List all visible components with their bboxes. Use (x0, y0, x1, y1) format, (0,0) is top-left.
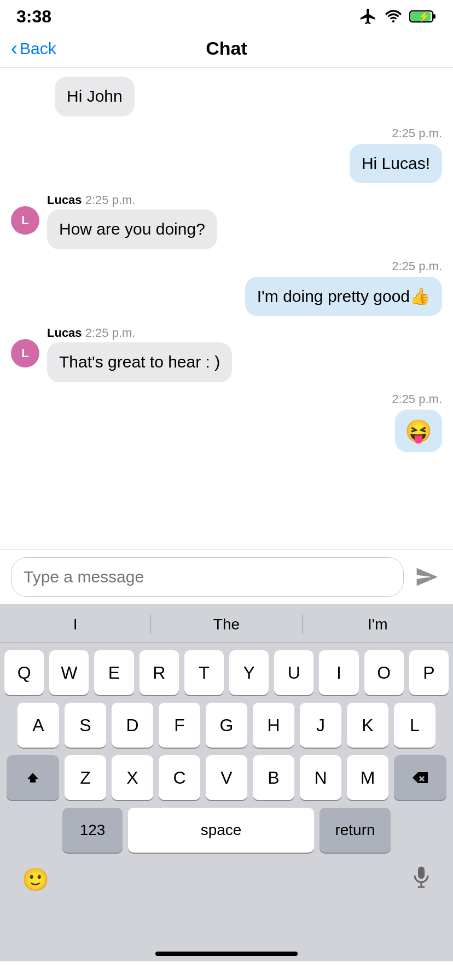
message-time: 2:25 p.m. (85, 326, 136, 340)
sender-name: Lucas (47, 326, 82, 340)
key-s[interactable]: S (65, 703, 106, 748)
message-content: Lucas 2:25 p.m. How are you doing? (47, 193, 217, 249)
key-f[interactable]: F (159, 703, 200, 748)
battery-icon: ⚡ (409, 9, 437, 24)
message-content: 2:25 p.m. I'm doing pretty good👍 (245, 259, 442, 317)
back-chevron-icon: ‹ (11, 39, 18, 59)
emoji-button[interactable]: 🙂 (22, 867, 49, 892)
key-w[interactable]: W (49, 650, 89, 695)
autocomplete-word-1[interactable]: I (0, 616, 150, 633)
key-v[interactable]: V (206, 755, 247, 800)
key-i[interactable]: I (319, 650, 358, 695)
message-content: Hi John (55, 77, 135, 116)
send-icon (415, 565, 439, 589)
message-bubble: Hi Lucas! (350, 144, 442, 184)
message-time: 2:25 p.m. (392, 392, 442, 406)
message-time: 2:25 p.m. (392, 126, 442, 141)
back-label[interactable]: Back (20, 39, 56, 58)
key-z[interactable]: Z (65, 755, 106, 800)
key-p[interactable]: P (409, 650, 449, 695)
keyboard: I The I'm Q W E R T Y U I O P A S D F G … (0, 604, 453, 952)
message-content: 2:25 p.m. Hi Lucas! (350, 126, 442, 184)
message-row: 2:25 p.m. I'm doing pretty good👍 (11, 259, 442, 317)
return-key[interactable]: return (320, 808, 391, 853)
message-content: 2:25 p.m. 😝 (392, 392, 442, 452)
key-rows: Q W E R T Y U I O P A S D F G H J K L (0, 643, 453, 858)
space-key[interactable]: space (128, 808, 314, 853)
status-bar: 3:38 ⚡ (0, 0, 453, 30)
sender-name: Lucas (47, 193, 82, 207)
message-content: Lucas 2:25 p.m. That's great to hear : ) (47, 326, 232, 382)
message-bubble: That's great to hear : ) (47, 342, 232, 382)
message-row: 2:25 p.m. 😝 (11, 392, 442, 452)
message-row: L Lucas 2:25 p.m. How are you doing? (11, 193, 442, 249)
key-a[interactable]: A (18, 703, 59, 748)
key-k[interactable]: K (347, 703, 388, 748)
key-b[interactable]: B (253, 755, 294, 800)
key-row-4: 123 space return (4, 808, 449, 853)
message-row: L Lucas 2:25 p.m. That's great to hear :… (11, 326, 442, 382)
shift-icon (25, 769, 41, 786)
key-r[interactable]: R (140, 650, 179, 695)
num-key[interactable]: 123 (62, 808, 123, 853)
autocomplete-word-2[interactable]: The (151, 616, 301, 633)
shift-key[interactable] (7, 755, 59, 800)
key-row-2: A S D F G H J K L (4, 703, 449, 748)
key-row-3: Z X C V B N M (4, 755, 449, 800)
send-button[interactable] (411, 562, 442, 592)
message-time: 2:25 p.m. (85, 193, 136, 207)
svg-rect-1 (433, 14, 435, 19)
chat-area: Hi John 2:25 p.m. Hi Lucas! L Lucas 2:25… (0, 68, 453, 549)
key-e[interactable]: E (94, 650, 133, 695)
key-q[interactable]: Q (4, 650, 44, 695)
delete-icon (410, 770, 430, 785)
key-t[interactable]: T (184, 650, 224, 695)
key-x[interactable]: X (112, 755, 153, 800)
input-area (0, 549, 453, 604)
message-bubble: I'm doing pretty good👍 (245, 277, 442, 317)
key-c[interactable]: C (159, 755, 200, 800)
status-icons: ⚡ (359, 7, 437, 26)
message-bubble: How are you doing? (47, 209, 217, 249)
key-g[interactable]: G (206, 703, 247, 748)
key-m[interactable]: M (347, 755, 388, 800)
avatar: L (11, 339, 39, 368)
mic-icon (411, 866, 431, 889)
key-d[interactable]: D (112, 703, 153, 748)
bottom-bar: 🙂 (0, 858, 453, 905)
message-meta: Lucas 2:25 p.m. (47, 193, 135, 207)
avatar: L (11, 206, 39, 235)
message-bubble: 😝 (395, 410, 442, 452)
autocomplete-word-3[interactable]: I'm (303, 616, 453, 633)
key-u[interactable]: U (274, 650, 313, 695)
airplane-icon (359, 7, 378, 26)
message-meta: Lucas 2:25 p.m. (47, 326, 135, 340)
message-time: 2:25 p.m. (392, 259, 442, 273)
delete-key[interactable] (394, 755, 446, 800)
message-row: 2:25 p.m. Hi Lucas! (11, 126, 442, 184)
key-j[interactable]: J (300, 703, 341, 748)
home-indicator-wrap (0, 952, 453, 961)
home-indicator (155, 952, 298, 956)
key-row-1: Q W E R T Y U I O P (4, 650, 449, 695)
back-button[interactable]: ‹ Back (11, 39, 56, 59)
mic-button[interactable] (411, 866, 431, 894)
key-o[interactable]: O (364, 650, 404, 695)
key-h[interactable]: H (253, 703, 294, 748)
status-time: 3:38 (16, 7, 51, 27)
key-y[interactable]: Y (229, 650, 269, 695)
nav-bar: ‹ Back Chat (0, 30, 453, 68)
message-row: Hi John (11, 77, 442, 116)
key-n[interactable]: N (300, 755, 341, 800)
nav-title: Chat (206, 38, 247, 59)
key-l[interactable]: L (394, 703, 435, 748)
autocomplete-bar: I The I'm (0, 609, 453, 643)
wifi-icon (383, 7, 404, 26)
message-bubble: Hi John (55, 77, 135, 116)
message-input[interactable] (11, 557, 404, 597)
